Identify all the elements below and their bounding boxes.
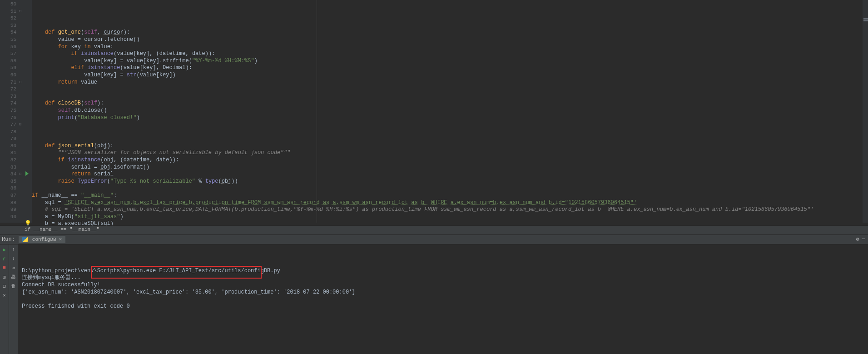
code-line[interactable]: a = MyDB("sit_jlt_saas")	[32, 214, 868, 221]
breadcrumb[interactable]: if __name__ == "__main__"	[0, 225, 868, 234]
line-number: 90	[5, 214, 16, 221]
code-line[interactable]	[32, 121, 868, 129]
layout-icon[interactable]: ⊞	[1, 274, 8, 280]
code-line[interactable]: def closeDB(self):	[32, 100, 868, 107]
gear-icon[interactable]: ⚙	[856, 236, 859, 243]
line-number: 81	[5, 150, 16, 157]
code-line[interactable]: sql = 'SELECT a.ex_asn_num,b.excl_tax_pr…	[32, 199, 868, 207]
run-tab[interactable]: configDB ×	[19, 236, 65, 243]
editor-left-margin	[0, 0, 5, 223]
code-line[interactable]: value[key] = str(value[key])	[32, 72, 868, 79]
line-number: 53	[5, 22, 16, 30]
run-tab-label: configDB	[32, 237, 56, 242]
code-line[interactable]: """JSON serializer for objects not seria…	[32, 150, 868, 157]
line-number: 54	[5, 29, 16, 36]
console-line: D:\python_project\venv\Scripts\python.ex…	[22, 268, 864, 275]
code-line[interactable]: if isinstance(obj, (datetime, date)):	[32, 157, 868, 164]
tool-window-options: ⚙ —	[856, 236, 865, 243]
breadcrumb-item[interactable]: if __name__ == "__main__"	[25, 227, 99, 232]
code-line[interactable]: def get_one(self, cursor):	[32, 29, 868, 36]
marker	[863, 18, 868, 20]
line-number: 57	[5, 50, 16, 58]
code-line[interactable]: serial = obj.isoformat()	[32, 164, 868, 171]
line-number: 58	[5, 58, 16, 65]
editor-area: 5051525354555657585960717273747576777879…	[0, 0, 868, 223]
fold-toggle-icon[interactable]: ⊟	[19, 171, 25, 177]
code-line[interactable]	[32, 129, 868, 136]
line-number: 76	[5, 115, 16, 122]
run-arrow-icon[interactable]: ↱	[1, 255, 8, 262]
code-editor[interactable]: def get_one(self, cursor): value = curso…	[32, 0, 868, 223]
console-line	[22, 296, 864, 303]
code-line[interactable]: value[key] = value[key].strftime("%Y-%m-…	[32, 58, 868, 65]
fold-gutter[interactable]: ⊟⊟⊟⊟	[19, 0, 25, 223]
code-line[interactable]	[32, 93, 868, 100]
code-line[interactable]: print("Database closed!")	[32, 115, 868, 122]
minimize-icon[interactable]: —	[862, 236, 865, 243]
intention-bulb-icon[interactable]: 💡	[25, 220, 29, 225]
run-gutter[interactable]	[25, 0, 32, 223]
line-number: 77	[5, 121, 16, 129]
line-number: 82	[5, 157, 16, 164]
run-tool-window: Run: configDB × ▶ ↱ ■ ⊞ ⊟ ✕ ↑ ↓ ⇥ 🖶 🗑 D:…	[0, 234, 868, 354]
line-number-gutter[interactable]: 5051525354555657585960717273747576777879…	[5, 0, 19, 223]
code-line[interactable]: for key in value:	[32, 44, 868, 51]
fold-toggle-icon[interactable]: ⊟	[19, 80, 25, 85]
fold-toggle-icon[interactable]: ⊟	[19, 122, 25, 127]
close-icon[interactable]: ×	[59, 237, 62, 242]
line-number: 87	[5, 192, 16, 199]
code-line[interactable]	[32, 86, 868, 93]
line-number: 86	[5, 185, 16, 192]
stop-icon[interactable]: ■	[1, 264, 8, 271]
code-line[interactable]: raise TypeError("Type %s not serializabl…	[32, 178, 868, 185]
line-number: 83	[5, 164, 16, 171]
line-number: 60	[5, 72, 16, 79]
console-line: 连接到mysql服务器...	[22, 274, 864, 282]
run-tool-body: ▶ ↱ ■ ⊞ ⊟ ✕ ↑ ↓ ⇥ 🖶 🗑 D:\python_project\…	[0, 244, 868, 354]
line-number: 50	[5, 1, 16, 8]
code-line[interactable]	[32, 22, 868, 30]
down-icon[interactable]: ↓	[10, 255, 17, 262]
run-left-toolbar-2: ↑ ↓ ⇥ 🖶 🗑	[9, 244, 18, 354]
editor-overview-ruler[interactable]	[863, 0, 868, 223]
code-line[interactable]: value = cursor.fetchone()	[32, 36, 868, 44]
pin-icon[interactable]: ⊟	[1, 283, 8, 289]
line-number: 74	[5, 100, 16, 107]
line-number: 55	[5, 36, 16, 44]
line-number: 89	[5, 206, 16, 214]
code-line[interactable]: self.db.close()	[32, 107, 868, 115]
line-number: 71	[5, 79, 16, 86]
line-number: 72	[5, 86, 16, 93]
code-line[interactable]: return value	[32, 79, 868, 86]
code-line[interactable]	[32, 185, 868, 192]
wrap-icon[interactable]: ⇥	[10, 264, 17, 271]
line-number: 73	[5, 93, 16, 100]
line-number: 52	[5, 15, 16, 22]
run-label: Run:	[2, 236, 15, 243]
code-line[interactable]: if __name__ == "__main__":	[32, 192, 868, 199]
line-number: 51	[5, 8, 16, 15]
print-icon[interactable]: 🖶	[10, 274, 17, 280]
line-number: 56	[5, 44, 16, 51]
fold-toggle-icon[interactable]: ⊟	[19, 9, 25, 14]
line-number: 80	[5, 143, 16, 150]
line-number: 84	[5, 171, 16, 178]
run-line-icon[interactable]	[25, 171, 29, 176]
code-line[interactable]: return serial	[32, 171, 868, 178]
line-number: 85	[5, 178, 16, 185]
rerun-icon[interactable]: ▶	[1, 246, 8, 253]
console-line: Process finished with exit code 0	[22, 303, 864, 310]
code-line[interactable]: if isinstance(value[key], (datetime, dat…	[32, 50, 868, 58]
trash-icon[interactable]: 🗑	[10, 283, 17, 289]
up-icon[interactable]: ↑	[10, 246, 17, 253]
code-line[interactable]	[32, 135, 868, 143]
run-left-toolbar-1: ▶ ↱ ■ ⊞ ⊟ ✕	[0, 244, 9, 354]
console-output[interactable]: D:\python_project\venv\Scripts\python.ex…	[18, 244, 868, 354]
run-tool-header: Run: configDB ×	[0, 234, 868, 244]
line-number: 78	[5, 129, 16, 136]
code-line[interactable]: def json_serial(obj):	[32, 143, 868, 150]
code-line[interactable]: elif isinstance(value[key], Decimal):	[32, 65, 868, 72]
close-tool-icon[interactable]: ✕	[1, 292, 8, 298]
code-line[interactable]: # sql = 'SELECT a.ex_asn_num,b.excl_tax_…	[32, 206, 868, 214]
console-line: {'ex_asn_num': 'ASN201807240007', 'excl_…	[22, 289, 864, 296]
